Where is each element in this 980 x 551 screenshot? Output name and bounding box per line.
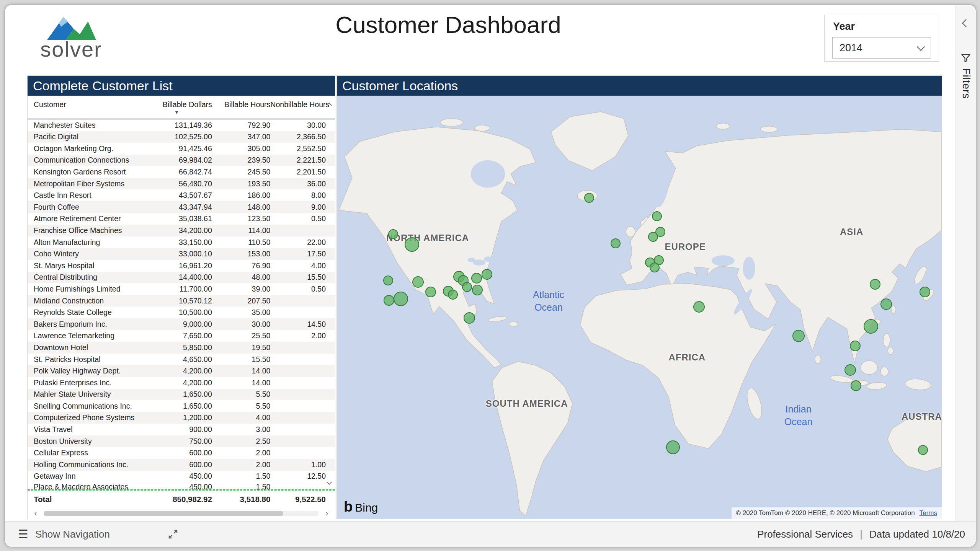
- map-marker[interactable]: [792, 330, 805, 342]
- filter-funnel-icon[interactable]: [960, 53, 971, 64]
- map-marker[interactable]: [918, 445, 928, 455]
- table-row[interactable]: Home Furnishings Limited11,700.0039.000.…: [28, 283, 335, 295]
- table-row[interactable]: St. Patricks Hospital4,650.0015.50: [28, 354, 335, 365]
- table-row[interactable]: Snelling Communications Inc.1,650.005.50: [28, 400, 335, 412]
- value-cell: 14,400.00: [141, 273, 212, 282]
- column-header-nonbillable-hours[interactable]: Nonbillable Hours: [270, 100, 335, 119]
- table-row[interactable]: Mahler State University1,650.005.50: [28, 389, 335, 401]
- terms-link[interactable]: Terms: [920, 509, 937, 517]
- map-marker[interactable]: [655, 227, 665, 237]
- filters-pane-label[interactable]: Filters: [960, 68, 972, 99]
- map-marker[interactable]: [394, 292, 408, 306]
- table-row[interactable]: Bakers Emporium Inc.9,000.0030.0014.50: [28, 318, 335, 330]
- table-row[interactable]: Reynolds State College10,500.0035.00: [28, 306, 335, 318]
- table-row[interactable]: Alton Manufacturing33,150.00110.5022.00: [28, 236, 335, 248]
- map-marker[interactable]: [584, 193, 594, 203]
- map-marker[interactable]: [880, 298, 892, 310]
- table-row[interactable]: Midland Construction10,570.12207.50: [28, 295, 335, 307]
- column-header-billable-hours[interactable]: Billable Hours: [212, 100, 271, 119]
- value-cell: 900.00: [141, 425, 212, 434]
- value-cell: 34,200.00: [141, 226, 212, 235]
- map-marker[interactable]: [388, 229, 398, 239]
- value-cell: 123.50: [212, 214, 271, 223]
- map-marker[interactable]: [425, 287, 436, 297]
- customer-name-cell: Alton Manufacturing: [28, 238, 141, 247]
- map-marker[interactable]: [611, 238, 621, 248]
- map-marker[interactable]: [383, 276, 393, 285]
- table-row[interactable]: Atmore Retirement Center35,038.61123.500…: [28, 213, 335, 225]
- table-row[interactable]: Boston University750.002.50: [28, 435, 335, 447]
- show-navigation-button[interactable]: Show Navigation: [35, 528, 110, 540]
- hamburger-icon[interactable]: ☰: [18, 528, 28, 540]
- map-marker[interactable]: [482, 269, 492, 280]
- year-dropdown[interactable]: 2014: [832, 37, 931, 59]
- map-marker[interactable]: [844, 364, 856, 376]
- collapse-filters-icon[interactable]: [962, 19, 970, 27]
- map-marker[interactable]: [448, 290, 458, 300]
- customer-name-cell: Computerized Phone Systems: [28, 413, 141, 422]
- map-marker[interactable]: [650, 262, 660, 272]
- embed-footer: ☰ Show Navigation Professional Services …: [5, 521, 976, 547]
- customer-name-cell: Boston University: [28, 437, 141, 446]
- table-row[interactable]: Computerized Phone Systems1,200.004.00: [28, 412, 335, 424]
- customer-name-cell: Kensington Gardens Resort: [28, 168, 141, 176]
- map-marker[interactable]: [666, 440, 680, 454]
- map-marker[interactable]: [850, 341, 861, 351]
- scrollbar-thumb[interactable]: [44, 511, 283, 516]
- map-marker[interactable]: [471, 273, 482, 284]
- value-cell: 17.50: [270, 249, 335, 258]
- year-dropdown-value: 2014: [840, 42, 862, 54]
- map-marker[interactable]: [851, 380, 861, 391]
- scroll-right-icon[interactable]: ›: [322, 509, 332, 518]
- table-row[interactable]: St. Marys Hospital16,961.2076.904.00: [28, 260, 335, 272]
- value-cell: 1,650.00: [141, 390, 212, 399]
- map-marker[interactable]: [384, 295, 394, 306]
- map-marker[interactable]: [864, 319, 878, 334]
- map-marker[interactable]: [693, 301, 705, 313]
- value-cell: 450.00: [141, 472, 212, 481]
- table-row[interactable]: Fourth Coffee43,347.94148.009.00: [28, 201, 335, 213]
- table-row[interactable]: Central Distributing14,400.0048.0015.50: [28, 272, 335, 284]
- fit-to-page-icon[interactable]: [167, 528, 179, 540]
- table-row[interactable]: Getaway Inn450.001.5012.50: [28, 471, 335, 481]
- map-marker[interactable]: [464, 312, 475, 324]
- table-row[interactable]: Pacific Digital102,525.00347.002,366.50: [28, 131, 335, 143]
- value-cell: 153.00: [212, 249, 271, 258]
- table-row[interactable]: Cellular Express600.002.00: [28, 447, 335, 459]
- map-marker[interactable]: [870, 279, 880, 290]
- table-row[interactable]: Manchester Suites131,149.36792.9030.00: [28, 119, 335, 131]
- table-row-clipped[interactable]: Place & Macdero Associates 450.00 1.50: [28, 481, 335, 491]
- column-header-customer[interactable]: Customer: [28, 100, 141, 119]
- map-marker[interactable]: [405, 237, 419, 252]
- scroll-left-icon[interactable]: ‹: [31, 509, 41, 518]
- map-marker[interactable]: [412, 276, 424, 288]
- value-cell: 4,200.00: [141, 378, 212, 387]
- map-marker[interactable]: [462, 282, 472, 292]
- bing-logo[interactable]: b Bing: [344, 499, 378, 514]
- value-cell: 12.50: [270, 472, 335, 481]
- value-cell: 2,201.50: [270, 168, 335, 176]
- table-row[interactable]: Coho Wintery33,000.10153.0017.50: [28, 248, 335, 260]
- scrollbar-track[interactable]: [44, 511, 319, 516]
- value-cell: 7,650.00: [141, 331, 212, 340]
- table-row[interactable]: Vista Travel900.003.00: [28, 424, 335, 435]
- table-row[interactable]: Castle Inn Resort43,507.67186.008.00: [28, 189, 335, 201]
- map-marker[interactable]: [920, 287, 930, 297]
- value-cell: 14.50: [270, 320, 335, 329]
- table-row[interactable]: Metropolitan Fiber Systems56,480.70193.5…: [28, 178, 335, 190]
- table-row[interactable]: Octagon Marketing Org.91,425.46305.002,5…: [28, 143, 335, 155]
- table-row[interactable]: Polk Valley Highway Dept.4,200.0014.00: [28, 365, 335, 377]
- column-header-billable-dollars[interactable]: Billable Dollars ▼: [141, 100, 212, 119]
- map-marker[interactable]: [652, 211, 662, 221]
- table-row[interactable]: Holling Communications Inc.600.002.001.0…: [28, 459, 335, 471]
- table-row[interactable]: Communication Connections69,984.02239.50…: [28, 155, 335, 166]
- map-marker[interactable]: [472, 285, 483, 295]
- map[interactable]: NORTH AMERICAEUROPEASIAAFRICASOUTH AMERI…: [337, 96, 942, 519]
- solver-logo-text: solver: [35, 39, 108, 60]
- table-row[interactable]: Kensington Gardens Resort66,842.74245.50…: [28, 166, 335, 178]
- table-row[interactable]: Downtown Hotel5,850.0019.50: [28, 342, 335, 354]
- table-row[interactable]: Pulaski Enterprises Inc.4,200.0014.00: [28, 377, 335, 389]
- table-row[interactable]: Lawrence Telemarketing7,650.0025.502.00: [28, 330, 335, 342]
- table-row[interactable]: Franchise Office Machines34,200.00114.00: [28, 225, 335, 236]
- customer-name-cell: Atmore Retirement Center: [28, 214, 141, 223]
